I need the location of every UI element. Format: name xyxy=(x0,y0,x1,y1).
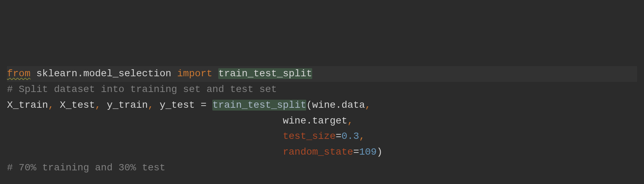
argument: wine.target xyxy=(283,115,347,126)
number-literal: 109 xyxy=(359,147,376,157)
code-line-1[interactable]: from sklearn.model_selection import trai… xyxy=(7,66,637,82)
equals: = xyxy=(195,100,212,111)
indent xyxy=(7,115,283,126)
comma: , xyxy=(359,131,365,142)
close-paren: ) xyxy=(377,147,383,157)
indent xyxy=(7,147,283,157)
function-call: train_test_split xyxy=(212,100,306,111)
comma: , xyxy=(48,100,54,111)
indent xyxy=(7,131,283,142)
variable: y_train xyxy=(107,100,148,111)
code-line-4[interactable]: wine.target, xyxy=(7,113,637,129)
space xyxy=(101,100,107,111)
comma: , xyxy=(95,100,101,111)
comment: # 70% training and 30% test xyxy=(7,162,166,173)
variable: y_test xyxy=(160,100,195,111)
keyword-from: from xyxy=(7,68,30,79)
code-line-7[interactable]: # 70% training and 30% test xyxy=(7,160,637,176)
comment: # Split dataset into training set and te… xyxy=(7,84,277,95)
variable: X_train xyxy=(7,100,48,111)
module-path: sklearn.model_selection xyxy=(36,68,171,79)
argument: wine.data xyxy=(312,100,365,111)
code-line-6[interactable]: random_state=109) xyxy=(7,144,637,160)
space xyxy=(54,100,60,111)
imported-symbol: train_test_split xyxy=(218,68,312,79)
code-editor[interactable]: from sklearn.model_selection import trai… xyxy=(0,63,644,179)
comma: , xyxy=(148,100,154,111)
space xyxy=(154,100,160,111)
number-literal: 0.3 xyxy=(342,131,359,142)
kwarg-name: test_size xyxy=(283,131,336,142)
equals: = xyxy=(353,147,359,157)
code-line-2[interactable]: # Split dataset into training set and te… xyxy=(7,82,637,98)
kwarg-name: random_state xyxy=(283,147,353,157)
code-line-3[interactable]: X_train, X_test, y_train, y_test = train… xyxy=(7,98,637,113)
variable: X_test xyxy=(60,100,95,111)
comma: , xyxy=(347,115,353,126)
comma: , xyxy=(365,100,371,111)
open-paren: ( xyxy=(306,100,312,111)
equals: = xyxy=(336,131,342,142)
keyword-import: import xyxy=(177,68,212,79)
code-line-5[interactable]: test_size=0.3, xyxy=(7,129,637,144)
